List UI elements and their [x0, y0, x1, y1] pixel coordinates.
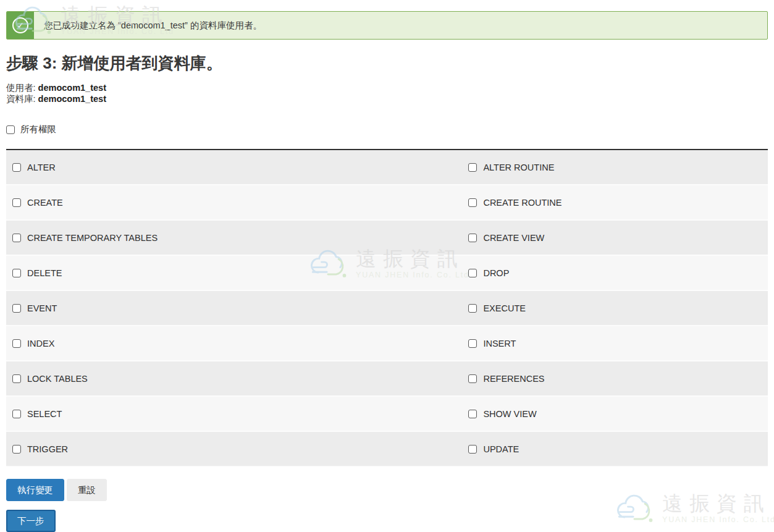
- privilege-checkbox-create[interactable]: [12, 198, 21, 207]
- privilege-option-delete[interactable]: DELETE: [6, 256, 468, 290]
- privileges-table: ALTERALTER ROUTINECREATECREATE ROUTINECR…: [6, 149, 768, 467]
- privilege-label: REFERENCES: [483, 374, 544, 384]
- user-value: democom1_test: [38, 83, 106, 93]
- privilege-label: CREATE VIEW: [483, 233, 544, 243]
- privilege-option-create-temporary-tables[interactable]: CREATE TEMPORARY TABLES: [6, 221, 468, 255]
- privilege-label: LOCK TABLES: [27, 374, 88, 384]
- privilege-checkbox-select[interactable]: [12, 410, 21, 418]
- make-changes-button[interactable]: 執行變更: [6, 479, 64, 501]
- privilege-checkbox-references[interactable]: [468, 374, 477, 383]
- user-label: 使用者:: [6, 83, 36, 93]
- success-icon-block: ✓: [7, 12, 34, 39]
- privilege-row: ALTERALTER ROUTINE: [6, 150, 768, 185]
- privilege-option-lock-tables[interactable]: LOCK TABLES: [6, 361, 468, 395]
- privilege-option-alter[interactable]: ALTER: [6, 150, 468, 184]
- privilege-row: CREATECREATE ROUTINE: [6, 185, 768, 221]
- privilege-label: ALTER ROUTINE: [483, 163, 554, 172]
- privilege-checkbox-create-view[interactable]: [468, 234, 477, 242]
- database-label: 資料庫:: [6, 94, 36, 104]
- privilege-option-insert[interactable]: INSERT: [468, 326, 768, 360]
- next-step-row: 下一步: [6, 510, 768, 532]
- privilege-row: DELETEDROP: [6, 256, 768, 291]
- privilege-option-select[interactable]: SELECT: [6, 397, 468, 431]
- privilege-option-update[interactable]: UPDATE: [468, 432, 768, 466]
- privilege-option-index[interactable]: INDEX: [6, 326, 468, 360]
- privilege-label: DROP: [483, 268, 509, 278]
- privilege-label: TRIGGER: [27, 444, 68, 454]
- privilege-label: CREATE ROUTINE: [483, 198, 562, 208]
- privilege-label: CREATE: [27, 198, 63, 208]
- privilege-option-alter-routine[interactable]: ALTER ROUTINE: [468, 150, 768, 184]
- mysql-database-wizard-page: ✓ 您已成功建立名為 “democom1_test” 的資料庫使用者。 步驟 3…: [0, 11, 774, 532]
- privilege-option-event[interactable]: EVENT: [6, 291, 468, 325]
- success-message: 您已成功建立名為 “democom1_test” 的資料庫使用者。: [34, 12, 262, 39]
- all-privileges-label: 所有權限: [20, 124, 56, 135]
- privilege-label: SHOW VIEW: [483, 409, 536, 419]
- all-privileges-checkbox[interactable]: [6, 125, 15, 134]
- privilege-label: INDEX: [27, 339, 54, 348]
- all-privileges-option[interactable]: 所有權限: [6, 124, 56, 135]
- database-value: democom1_test: [38, 94, 106, 104]
- privilege-row: INDEXINSERT: [6, 326, 768, 361]
- privilege-label: ALTER: [27, 163, 56, 172]
- privilege-label: EXECUTE: [483, 303, 526, 313]
- privilege-checkbox-create-temporary-tables[interactable]: [12, 234, 21, 242]
- privilege-option-create[interactable]: CREATE: [6, 185, 468, 219]
- privilege-label: EVENT: [27, 303, 57, 313]
- actions-row: 執行變更 重設: [6, 479, 768, 501]
- privilege-checkbox-alter-routine[interactable]: [468, 163, 477, 172]
- privilege-checkbox-index[interactable]: [12, 339, 21, 348]
- user-line: 使用者: democom1_test: [6, 82, 768, 93]
- privilege-checkbox-delete[interactable]: [12, 269, 21, 277]
- privilege-row: EVENTEXECUTE: [6, 291, 768, 326]
- privilege-checkbox-event[interactable]: [12, 304, 21, 313]
- privilege-option-create-view[interactable]: CREATE VIEW: [468, 221, 768, 255]
- privilege-checkbox-drop[interactable]: [468, 269, 477, 277]
- check-circle-icon: ✓: [12, 17, 28, 33]
- privilege-row: LOCK TABLESREFERENCES: [6, 361, 768, 397]
- reset-button[interactable]: 重設: [67, 479, 107, 501]
- success-banner: ✓ 您已成功建立名為 “democom1_test” 的資料庫使用者。: [6, 11, 768, 40]
- privilege-option-show-view[interactable]: SHOW VIEW: [468, 397, 768, 431]
- privilege-checkbox-lock-tables[interactable]: [12, 374, 21, 383]
- privilege-option-drop[interactable]: DROP: [468, 256, 768, 290]
- privilege-label: INSERT: [483, 339, 516, 348]
- privilege-checkbox-alter[interactable]: [12, 163, 21, 172]
- privilege-row: CREATE TEMPORARY TABLESCREATE VIEW: [6, 221, 768, 256]
- privilege-checkbox-update[interactable]: [468, 445, 477, 454]
- privilege-row: SELECTSHOW VIEW: [6, 397, 768, 432]
- privilege-label: DELETE: [27, 268, 62, 278]
- privilege-label: SELECT: [27, 409, 62, 419]
- privilege-checkbox-insert[interactable]: [468, 339, 477, 348]
- privilege-option-execute[interactable]: EXECUTE: [468, 291, 768, 325]
- privilege-checkbox-show-view[interactable]: [468, 410, 477, 418]
- privilege-option-create-routine[interactable]: CREATE ROUTINE: [468, 185, 768, 219]
- privilege-option-references[interactable]: REFERENCES: [468, 361, 768, 395]
- privilege-checkbox-execute[interactable]: [468, 304, 477, 313]
- page-title: 步驟 3: 新增使用者到資料庫。: [6, 53, 768, 74]
- next-step-button[interactable]: 下一步: [6, 510, 56, 532]
- privilege-checkbox-trigger[interactable]: [12, 445, 21, 454]
- privilege-label: UPDATE: [483, 444, 519, 454]
- privilege-checkbox-create-routine[interactable]: [468, 198, 477, 207]
- privilege-row: TRIGGERUPDATE: [6, 432, 768, 467]
- privilege-option-trigger[interactable]: TRIGGER: [6, 432, 468, 466]
- database-line: 資料庫: democom1_test: [6, 93, 768, 104]
- privilege-label: CREATE TEMPORARY TABLES: [27, 233, 158, 243]
